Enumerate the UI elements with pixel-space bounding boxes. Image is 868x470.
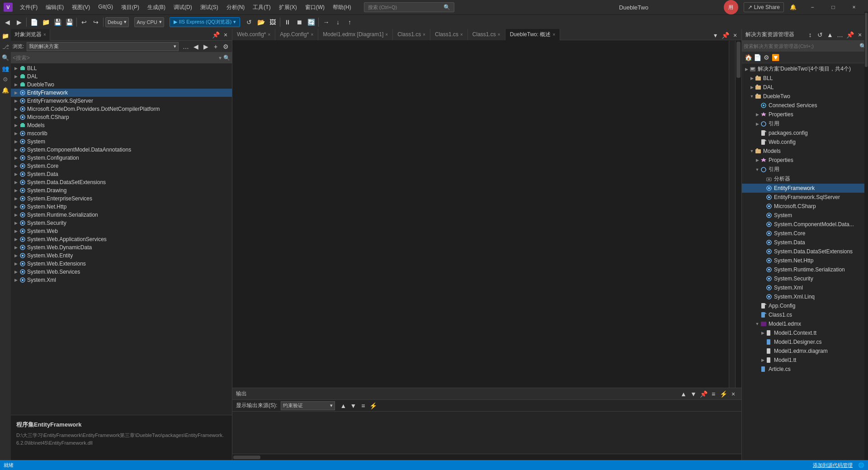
tab-close-icon[interactable]: × <box>385 32 388 37</box>
redo-button[interactable]: ↪ <box>90 17 101 28</box>
tree-expand-icon[interactable]: ▶ <box>13 220 19 226</box>
editor-scrollbar[interactable] <box>735 41 741 388</box>
tab-webconfig[interactable]: Web.config* × <box>232 29 275 40</box>
solution-explorer-icon[interactable]: 📁 <box>0 31 10 41</box>
tree-expand-icon[interactable]: ▶ <box>13 236 19 242</box>
output-up-btn[interactable]: ▲ <box>679 389 688 399</box>
tree-expand-icon[interactable]: ▶ <box>13 163 19 169</box>
list-item[interactable]: ▶ System.Data.DataSetExtensions <box>742 247 868 256</box>
menu-analyze[interactable]: 分析(N) <box>223 2 249 13</box>
list-item[interactable]: ▶ System.Configuration <box>11 154 232 162</box>
live-share-button[interactable]: ↗ Live Share <box>744 2 784 12</box>
tree-expand-icon[interactable]: ▶ <box>13 106 19 112</box>
list-item[interactable]: ▶ Model1.Designer.cs <box>742 337 868 347</box>
save-all-button[interactable]: 💾 <box>64 17 75 28</box>
menu-tools[interactable]: 工具(T) <box>249 2 274 13</box>
tab-close-icon[interactable]: × <box>268 32 270 37</box>
tab-close-icon[interactable]: × <box>311 32 313 37</box>
menu-project[interactable]: 项目(P) <box>118 2 143 13</box>
screenshot-button[interactable]: 🖼 <box>267 17 278 28</box>
list-item[interactable]: ▼ Models <box>742 147 868 156</box>
tab-close-all-button[interactable]: × <box>731 31 740 40</box>
list-item[interactable]: ▶ DAL <box>742 83 868 92</box>
list-item[interactable]: ▼ DuebleTwo <box>742 92 868 101</box>
tab-list-button[interactable]: ▾ <box>711 31 720 40</box>
se-show-files-btn[interactable]: 📄 <box>753 53 762 62</box>
output-wrap-btn[interactable]: ≡ <box>709 389 718 399</box>
list-item[interactable]: ▶ System.Security <box>11 219 232 227</box>
tree-expand-icon[interactable]: ▼ <box>749 148 755 154</box>
list-item[interactable]: ▶ Model1.edmx.diagram <box>742 347 868 356</box>
se-pin-btn[interactable]: 📌 <box>845 30 854 39</box>
tree-expand-icon[interactable]: ▶ <box>13 252 19 259</box>
list-item[interactable]: ▶ System.Web.DynamicData <box>11 243 232 252</box>
list-item[interactable]: ▶ App.Config <box>742 301 868 310</box>
output-pin-btn[interactable]: 📌 <box>699 389 708 399</box>
list-item[interactable]: ▶ System.Runtime.Serialization <box>11 211 232 219</box>
browse-file-button[interactable]: 📂 <box>255 17 266 28</box>
se-vscrollbar[interactable] <box>864 29 868 460</box>
ob-nav-back[interactable]: ◀ <box>191 42 200 51</box>
list-item[interactable]: ▶ Model1.tt <box>742 356 868 365</box>
list-item[interactable]: ▶ 解决方案'DuebleTwo'(4个项目，共4个) <box>742 64 868 74</box>
minimize-button[interactable]: − <box>802 0 823 14</box>
output-filter-btn[interactable]: ▲ <box>339 401 348 410</box>
tree-expand-icon[interactable]: ▶ <box>760 330 765 336</box>
se-more-btn[interactable]: … <box>835 30 844 39</box>
output-wrap2-btn[interactable]: ≡ <box>359 401 368 410</box>
menu-debug[interactable]: 调试(D) <box>170 2 196 13</box>
tree-expand-icon[interactable]: ▶ <box>13 147 19 153</box>
list-item[interactable]: ▶ System.Web.ApplicationServices <box>11 235 232 243</box>
tree-expand-icon[interactable]: ▶ <box>13 122 19 128</box>
list-item[interactable]: ▶ Microsoft.CodeDom.Providers.DotNetComp… <box>11 105 232 113</box>
platform-dropdown[interactable]: Any CPU ▾ <box>134 17 164 27</box>
list-item[interactable]: ▶ mscorlib <box>11 129 232 138</box>
list-item[interactable]: ▼ 引用 <box>742 165 868 174</box>
refresh-button[interactable]: ↺ <box>244 17 255 28</box>
list-item[interactable]: ▶ EntityFramework <box>11 89 232 97</box>
tree-expand-icon[interactable]: ▶ <box>755 121 760 127</box>
output-source-dropdown[interactable]: 约束验证 ▾ <box>281 401 335 410</box>
list-item[interactable]: ▶ System.Web <box>11 227 232 235</box>
minimap-scrollbar[interactable] <box>729 41 735 388</box>
tree-expand-icon[interactable]: ▶ <box>13 81 19 88</box>
ob-search-go[interactable]: ▾ <box>219 55 222 61</box>
ob-search-input[interactable] <box>13 55 217 61</box>
list-item[interactable]: ▶ BLL <box>11 64 232 72</box>
output-hscrollbar[interactable] <box>232 454 741 460</box>
list-item[interactable]: ▶ Microsoft.CSharp <box>11 113 232 121</box>
se-refresh-btn[interactable]: ↺ <box>816 30 825 39</box>
global-search[interactable]: 搜索 (Ctrl+Q) 🔍 <box>364 2 454 12</box>
tree-expand-icon[interactable]: ▶ <box>755 157 760 163</box>
tree-expand-icon[interactable]: ▶ <box>13 98 19 104</box>
tab-close-icon[interactable]: × <box>460 32 463 37</box>
tab-close-icon[interactable]: × <box>552 32 555 37</box>
tree-expand-icon[interactable]: ▶ <box>13 155 19 161</box>
search-icon[interactable]: 🔍 <box>0 52 10 62</box>
tree-expand-icon[interactable]: ▶ <box>13 261 19 267</box>
list-item[interactable]: ▶ System.Xml.Linq <box>742 292 868 301</box>
tree-expand-icon[interactable]: ▶ <box>749 75 755 81</box>
list-item[interactable]: ▶ Class1.cs <box>742 310 868 319</box>
ob-nav-forward[interactable]: ▶ <box>201 42 210 51</box>
tree-expand-icon[interactable]: ▶ <box>13 90 19 96</box>
tree-expand-icon[interactable]: ▶ <box>744 66 749 72</box>
ob-browse-dropdown[interactable]: 我的解决方案 ▾ <box>27 42 179 51</box>
list-item[interactable]: ▶ System.Web.Entity <box>11 252 232 260</box>
tree-expand-icon[interactable]: ▶ <box>13 179 19 185</box>
tab-close-icon[interactable]: × <box>498 32 500 37</box>
list-item[interactable]: ▼ Model1.edmx <box>742 319 868 328</box>
ob-settings-icon[interactable]: ⚙ <box>221 42 230 51</box>
settings-left-icon[interactable]: ⚙ <box>0 74 10 84</box>
se-search-input[interactable] <box>744 43 859 49</box>
step-over-button[interactable]: → <box>321 17 331 28</box>
ob-tab-browser[interactable]: 对象浏览器 × <box>11 29 50 41</box>
list-item[interactable]: ▶ 分析器 <box>742 174 868 184</box>
list-item[interactable]: ▶ System <box>742 211 868 220</box>
output-filter2-btn[interactable]: ▼ <box>349 401 358 410</box>
open-file-button[interactable]: 📁 <box>40 17 51 28</box>
tree-expand-icon[interactable]: ▶ <box>13 187 19 194</box>
undo-button[interactable]: ↩ <box>79 17 90 28</box>
tree-expand-icon[interactable]: ▶ <box>13 130 19 137</box>
list-item[interactable]: ▶ System.EnterpriseServices <box>11 195 232 203</box>
